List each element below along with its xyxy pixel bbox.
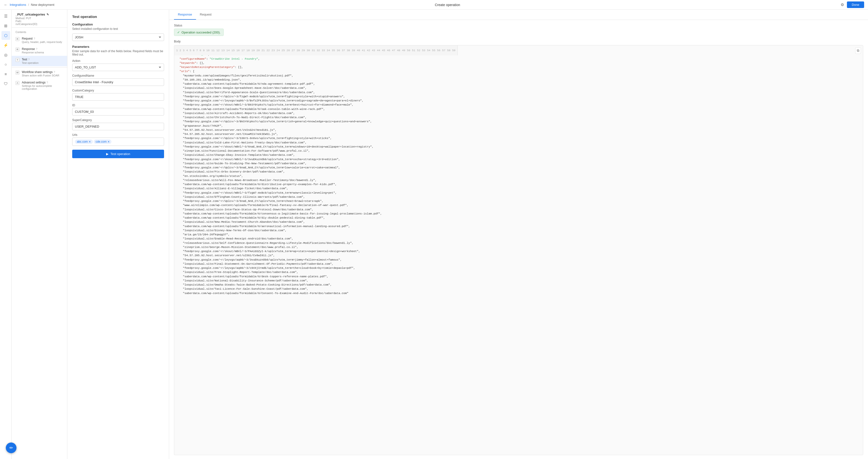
sidebar-item-workflow[interactable]: W Workflow share settings ? Share action… xyxy=(12,68,67,79)
breadcrumb-separator: / xyxy=(28,3,29,6)
request-help-icon: ? xyxy=(34,37,35,40)
code-content: { "id": "CUSTOM_03", "configuredName": "… xyxy=(174,46,385,298)
sidebar-list-icon[interactable]: ≡ xyxy=(1,70,10,79)
status-check-icon: ✓ xyxy=(177,30,180,34)
response-panel: Response Request Status ✓ Operation succ… xyxy=(169,10,868,459)
test-btn-label: Test operation xyxy=(111,152,130,156)
workflow-title: Workflow share settings ? xyxy=(22,70,63,74)
test-operation-button[interactable]: ▶ Test operation xyxy=(72,150,164,158)
sidebar-item-test[interactable]: T Test ? Test operation xyxy=(12,56,67,66)
breadcrumb-current: New deployment xyxy=(31,3,55,6)
breadcrumb: ← Integrations / New deployment xyxy=(4,3,54,7)
body-label: Body xyxy=(174,40,863,43)
sidebar-location-icon[interactable]: ◎ xyxy=(1,51,10,59)
test-help-icon: ? xyxy=(28,58,30,61)
icon-sidebar: ☰ ⊞ ⬡ ⚡ ◎ ○ ≡ 🛡 xyxy=(0,10,12,459)
test-btn-icon: ▶ xyxy=(106,152,108,156)
nav-sidebar-header: _PUT_urlcategories ✎ Method: PUT Path: /… xyxy=(12,10,67,28)
response-icon: R xyxy=(16,48,20,52)
code-container: ⧉ 1 2 3 4 5 6 7 8 9 10 11 12 13 14 15 16… xyxy=(174,45,863,455)
status-text: Operation succeeded (200). xyxy=(182,31,220,34)
id-label: ID xyxy=(72,104,164,107)
configured-name-group: ConfiguredName xyxy=(72,74,164,86)
request-icon: R xyxy=(16,37,20,41)
configuration-section: Configuration Select installed configura… xyxy=(72,23,164,41)
copy-icon[interactable]: ⧉ xyxy=(855,47,861,54)
response-tabs: Response Request xyxy=(169,10,868,20)
configuration-group: JOSH xyxy=(72,33,164,41)
response-title: Response ? xyxy=(22,47,63,51)
urls-label: Urls xyxy=(72,133,164,137)
nav-sidebar: _PUT_urlcategories ✎ Method: PUT Path: /… xyxy=(12,10,67,459)
parameters-desc: Enter sample data for each of the fields… xyxy=(72,50,164,56)
settings-icon[interactable]: ⚙ xyxy=(841,2,844,7)
sidebar-item-response[interactable]: R Response ? Response schema xyxy=(12,46,67,56)
super-category-group: SuperCategory xyxy=(72,118,164,130)
sidebar-menu-icon[interactable]: ☰ xyxy=(1,12,10,20)
super-category-label: SuperCategory xyxy=(72,118,164,122)
test-subtitle: Test operation xyxy=(22,61,63,64)
super-category-input[interactable] xyxy=(72,123,164,130)
edit-icon[interactable]: ✎ xyxy=(46,13,49,16)
main-layout: ☰ ⊞ ⬡ ⚡ ◎ ○ ≡ 🛡 _PUT_urlcategories ✎ Met… xyxy=(0,10,868,459)
response-content: Status ✓ Operation succeeded (200). Body… xyxy=(169,20,868,459)
breadcrumb-integrations-link[interactable]: Integrations xyxy=(10,3,26,6)
parameters-section: Parameters Enter sample data for each of… xyxy=(72,45,164,146)
configuration-select[interactable]: JOSH xyxy=(72,33,164,41)
contents-label: Contents xyxy=(12,30,67,35)
tab-response[interactable]: Response xyxy=(174,10,196,20)
custom-category-label: CustomCategory xyxy=(72,89,164,92)
page-title: Create operation xyxy=(435,3,460,7)
status-label: Status xyxy=(174,24,863,27)
back-icon[interactable]: ← xyxy=(4,3,8,7)
nav-sidebar-method: Method: PUT xyxy=(16,17,63,20)
urls-tags-container[interactable]: abc.com × cde.com × xyxy=(72,138,164,146)
response-subtitle: Response schema xyxy=(22,51,63,54)
line-numbers: 1 2 3 4 5 6 7 8 9 10 11 12 13 14 15 16 1… xyxy=(174,46,458,55)
sidebar-item-request[interactable]: R Request ? Query, header, path, request… xyxy=(12,35,67,46)
sidebar-lightning-icon[interactable]: ⚡ xyxy=(1,41,10,50)
action-select[interactable]: ADD_TO_LISTREMOVE_FROM_LISTREPLACE_LIST xyxy=(72,63,164,71)
nav-sidebar-title: _PUT_urlcategories ✎ xyxy=(16,12,63,16)
action-label: Action xyxy=(72,59,164,63)
test-icon: T xyxy=(16,58,20,62)
test-title: Test ? xyxy=(22,58,63,61)
sidebar-item-advanced[interactable]: A Advanced settings ? Settings for autoc… xyxy=(12,79,67,92)
sidebar-grid-icon[interactable]: ⊞ xyxy=(1,21,10,30)
workflow-subtitle: Share action with Fusion SOAR xyxy=(22,74,63,77)
top-bar: ← Integrations / New deployment Create o… xyxy=(0,0,868,10)
custom-category-group: CustomCategory xyxy=(72,89,164,101)
fab-pencil-icon: ✏ xyxy=(9,445,13,451)
advanced-help-icon: ? xyxy=(46,81,48,84)
form-panel: Test operation Configuration Select inst… xyxy=(67,10,169,459)
request-title: Request ? xyxy=(22,37,63,40)
nav-sidebar-path-label: Path: xyxy=(16,20,63,23)
done-button[interactable]: Done xyxy=(847,1,864,8)
code-with-lines: 1 2 3 4 5 6 7 8 9 10 11 12 13 14 15 16 1… xyxy=(174,46,863,298)
nav-sidebar-contents: Contents R Request ? Query, header, path… xyxy=(12,28,67,459)
main-content: Test operation Configuration Select inst… xyxy=(67,10,868,459)
parameters-label: Parameters xyxy=(72,45,164,49)
urls-group: Urls abc.com × cde.com × xyxy=(72,133,164,146)
nav-sidebar-path-value: /urlCategories/{ID} xyxy=(16,23,63,26)
tab-request[interactable]: Request xyxy=(196,10,215,20)
configured-name-input[interactable] xyxy=(72,78,164,86)
id-group: ID xyxy=(72,104,164,115)
sidebar-shield-icon[interactable]: 🛡 xyxy=(1,80,10,88)
sidebar-circle-icon[interactable]: ○ xyxy=(1,60,10,69)
tag-abc-com-remove[interactable]: × xyxy=(89,140,91,143)
tag-cde-com: cde.com × xyxy=(94,140,112,144)
tag-cde-com-text: cde.com xyxy=(96,140,106,143)
custom-category-input[interactable] xyxy=(72,93,164,101)
advanced-icon: A xyxy=(16,81,20,85)
status-badge: ✓ Operation succeeded (200). xyxy=(174,29,224,36)
configuration-label: Configuration xyxy=(72,23,164,26)
top-bar-actions: ⚙ Done xyxy=(841,1,864,8)
fab-pencil[interactable]: ✏ xyxy=(6,442,17,453)
id-input[interactable] xyxy=(72,108,164,115)
request-subtitle: Query, header, path, request body xyxy=(22,40,63,44)
tag-cde-com-remove[interactable]: × xyxy=(107,140,110,143)
sidebar-connections-icon[interactable]: ⬡ xyxy=(1,31,10,40)
tag-abc-com: abc.com × xyxy=(75,140,93,144)
response-help-icon: ? xyxy=(36,48,37,51)
